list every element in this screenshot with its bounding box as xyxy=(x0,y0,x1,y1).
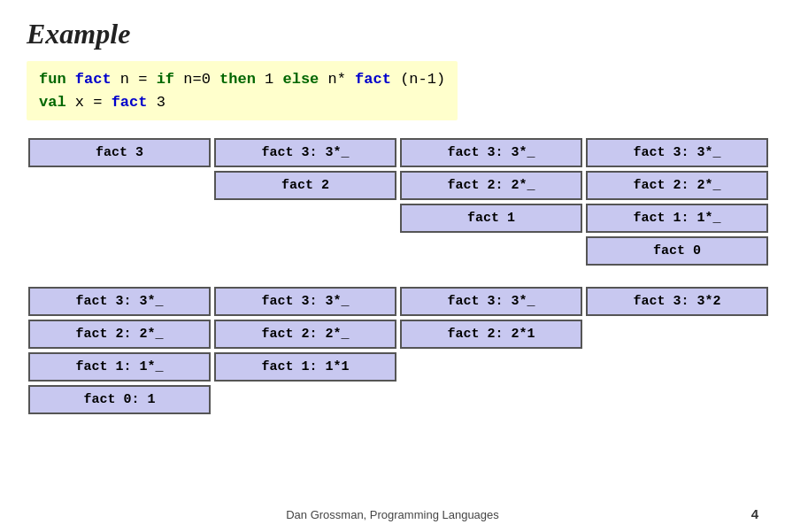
bot-c3-r2: fact 2: 2*1 xyxy=(400,320,582,349)
kw-val: val xyxy=(39,94,66,111)
bot-c1-r4: fact 0: 1 xyxy=(28,385,211,414)
top-c4-r3: fact 1: 1*_ xyxy=(586,204,768,233)
code-plain-2: n=0 xyxy=(183,71,219,88)
bot-c1-r3: fact 1: 1*_ xyxy=(28,352,211,382)
footer-text: Dan Grossman, Programming Languages xyxy=(286,508,499,521)
code-line-1: fun fact n = if n=0 then 1 else n* fact … xyxy=(39,68,445,91)
slide: Example fun fact n = if n=0 then 1 else … xyxy=(0,0,785,532)
fn-fact-2: fact xyxy=(355,71,391,88)
code-plain-1: n = xyxy=(120,71,157,88)
top-c4-r2: fact 2: 2*_ xyxy=(586,171,768,200)
bot-c1-r1: fact 3: 3*_ xyxy=(28,287,211,316)
bot-c2-r3: fact 1: 1*1 xyxy=(214,352,396,382)
top-c4-r1: fact 3: 3*_ xyxy=(586,138,768,167)
footer: Dan Grossman, Programming Languages xyxy=(0,508,785,521)
kw-fun: fun xyxy=(39,71,66,88)
bot-c3-r1: fact 3: 3*_ xyxy=(400,287,582,316)
fn-fact-3: fact xyxy=(112,94,148,111)
top-c3-r2: fact 2: 2*_ xyxy=(400,171,582,200)
top-c2-r1: fact 3: 3*_ xyxy=(214,138,396,167)
page-number: 4 xyxy=(751,506,758,521)
code-plain-3: 1 xyxy=(265,71,282,88)
bot-c1-r2: fact 2: 2*_ xyxy=(28,320,211,349)
top-c3-r1: fact 3: 3*_ xyxy=(400,138,582,167)
kw-else: else xyxy=(282,71,319,88)
code-plain-6: x = xyxy=(75,94,112,111)
code-plain-5: (n-1) xyxy=(400,71,445,88)
top-c2-r2: fact 2 xyxy=(214,171,396,200)
code-block: fun fact n = if n=0 then 1 else n* fact … xyxy=(27,61,458,120)
kw-if: if xyxy=(157,71,174,88)
top-c3-r3: fact 1 xyxy=(400,204,582,233)
code-line-2: val x = fact 3 xyxy=(39,91,445,114)
bot-c4-r1: fact 3: 3*2 xyxy=(586,287,768,316)
bot-c2-r2: fact 2: 2*_ xyxy=(214,320,396,349)
slide-title: Example xyxy=(27,18,758,50)
code-plain-4: n* xyxy=(328,71,346,88)
bot-c2-r1: fact 3: 3*_ xyxy=(214,287,396,316)
kw-then: then xyxy=(219,71,256,88)
top-c1-r1: fact 3 xyxy=(28,138,211,167)
top-c4-r4: fact 0 xyxy=(586,236,768,266)
fn-fact: fact xyxy=(75,71,120,88)
code-plain-7: 3 xyxy=(157,94,165,111)
